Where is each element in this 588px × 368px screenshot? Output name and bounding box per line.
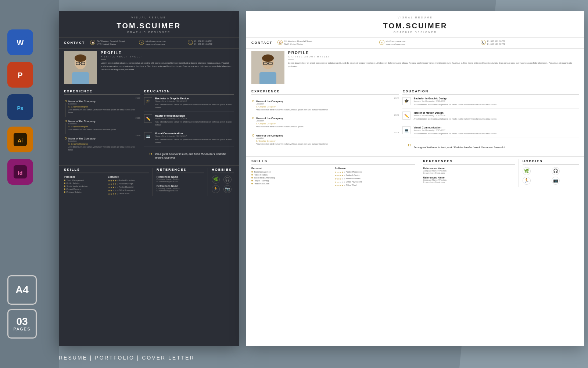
photoshop-icon[interactable]: Ps [7, 94, 33, 120]
dark-exp-year-3: 2018 [68, 134, 140, 137]
light-exp-desc-1: Arcu bibendum ated varius vel nullam veh… [256, 109, 399, 112]
dark-exp-year-2: 2020 [68, 117, 140, 119]
powerpoint-icon[interactable]: P [7, 62, 33, 88]
word-icon[interactable]: W [7, 29, 33, 55]
svg-text:Ps: Ps [17, 105, 23, 111]
dark-skill-dot-3 [64, 185, 65, 187]
light-ref-2: References Name Company Name / Position … [423, 176, 515, 183]
dark-contact-address: 🏠 7th Western, Downfall StreetNYC, Unite… [90, 40, 136, 46]
light-skill-1: Team Management [251, 171, 332, 173]
light-experience-col: EXPERIENCE 2022 Name of the Company Loca… [251, 89, 399, 154]
light-exp-dot-3 [252, 134, 254, 137]
light-exp-desc-3: Arcu bibendum ated varius vel nullam veh… [256, 143, 399, 146]
light-ref-email-1: E: namehere@emil.com [423, 172, 515, 174]
light-hobby-3: 🏃 [523, 177, 531, 185]
a4-badge: A4 [7, 275, 37, 305]
light-email-text: info@yourname.comwww.orcshape.com [386, 40, 406, 46]
light-hobby-icons: 🌿 🎧 🏃 📷 [523, 167, 579, 185]
light-col-divider-1 [419, 159, 419, 187]
light-skill-dot-2 [251, 174, 253, 176]
light-exp-year-3: 2018 [256, 131, 399, 134]
light-resume-name: TOM.SCUIMER [252, 22, 578, 30]
dark-edu-degree-1: Bachelor in Graphic Design [155, 97, 234, 100]
light-exp-desc-2: Arcu bibendum ated varius vel nullam veh… [256, 125, 399, 128]
dark-edu-icon-3: 💻 [144, 132, 152, 140]
dark-skills-inner: Personal Team Management Public Relation… [64, 176, 149, 196]
dark-exp-2: 2020 Name of the Company Location S. Gra… [64, 117, 140, 131]
light-edu-school-3: Name of the University / 2015-2017 [413, 129, 579, 131]
light-exp-role-1: S. Graphic Designer [256, 106, 399, 108]
dark-col-divider-1 [153, 168, 153, 196]
dark-edu-school-1: Name of the University / 2010-2012 [155, 100, 234, 102]
dark-quote-mark: " [149, 152, 153, 160]
light-education-col: EDUCATION 🎓 Bachelor in Graphic Design N… [402, 89, 579, 154]
dark-skills-title: SKILLS [64, 168, 149, 173]
light-exp-year-2: 2020 [256, 114, 399, 116]
dark-sw-4: ★★★★★ Office Powerpoint [108, 189, 149, 192]
light-skills-title: SKILLS [251, 159, 415, 165]
light-visual-label: VISUAL RESUME [252, 16, 578, 19]
light-edu-school-2: Name of the University / 2012-2014 [413, 114, 579, 117]
illustrator-icon[interactable]: Ai [7, 127, 33, 152]
light-personal-skills: Personal Team Management Public Relation… [251, 167, 332, 187]
dark-two-col: EXPERIENCE 2022 Name of the Company Loca… [59, 87, 239, 165]
dark-edu-school-3: Name of the University / 2015-2017 [155, 135, 234, 137]
light-exp-1: 2022 Name of the Company Location S. Gra… [251, 97, 399, 112]
light-skill-2: Public Relation [251, 174, 332, 176]
dark-resume-header: VISUAL RESUME TOM.SCUIMER GRAPHIC DESIGN… [59, 11, 239, 37]
dark-edu-desc-1: Arcu bibendum ated varius vel phatera ve… [155, 103, 234, 109]
light-edu-icon-1: 🎓 [402, 97, 410, 105]
dark-exp-dot-2 [65, 120, 67, 122]
light-profile-photo [251, 51, 284, 84]
light-ref-1: References Name Company Name / Position … [423, 167, 515, 174]
dark-exp-dot-3 [65, 137, 67, 139]
light-exp-dot-1 [252, 100, 254, 102]
dark-visual-label: VISUAL RESUME [65, 16, 233, 19]
light-profile-divider [288, 59, 294, 60]
indesign-icon[interactable]: Id [7, 159, 33, 185]
light-address-text: 7th Western, Downfall StreetNYC, United … [284, 40, 312, 46]
light-quote-section: " I'm a great believer in luck, and I fi… [402, 141, 579, 154]
dark-exp-location-2: Location [68, 123, 140, 125]
dark-address-text: 7th Western, Downfall StreetNYC, United … [97, 40, 125, 46]
light-exp-dot-2 [252, 117, 254, 119]
light-contact-phone: 📞 P : 000 111 00771F : 000 111 00772 [481, 40, 579, 46]
dark-sw-3: ★★★★★ Adobe Illustrator [108, 186, 149, 188]
dark-email-text: info@yourname.comwww.orcshape.com [146, 40, 166, 46]
dark-contact-phone: 📞 P : 000 111 00771F : 000 111 00772 [188, 40, 234, 46]
light-header-divider [412, 20, 419, 20]
dark-contact-label: CONTACT [64, 41, 85, 45]
dark-hobby-icons: 🌿 🎧 🏃 📷 [212, 176, 234, 193]
dark-exp-desc-2: Arcu bibendum ated varius vel nullam veh… [68, 128, 140, 131]
dark-personal-title: Personal [64, 176, 105, 178]
dark-hobby-1: 🌿 [212, 176, 220, 184]
light-education-title: EDUCATION [402, 89, 579, 95]
dark-experience-title: EXPERIENCE [64, 89, 140, 95]
svg-rect-20 [259, 72, 276, 84]
light-exp-year-1: 2022 [256, 97, 399, 99]
light-skill-dot-5 [251, 183, 253, 184]
dark-profile-photo [64, 51, 97, 84]
light-sw-5: ★★★★★ Office Word [335, 184, 415, 187]
dark-skill-dot-5 [64, 191, 65, 193]
light-skill-dot-3 [251, 177, 253, 178]
dark-phone-icon: 📞 [188, 40, 193, 45]
dark-hobby-4: 📷 [223, 185, 232, 193]
dark-edu-content-1: Bachelor in Graphic Design Name of the U… [155, 97, 234, 109]
dark-profile-title: PROFILE [101, 51, 234, 55]
light-contact-bar: CONTACT 🏠 7th Western, Downfall StreetNY… [246, 37, 584, 49]
light-exp-company-2: Name of the Company [256, 117, 399, 120]
dark-edu-1: 🎓 Bachelor in Graphic Design Name of the… [144, 97, 234, 112]
dark-software-skills: Software ★★★★★ Adobe Photoshop ★★★★★ Ado… [108, 176, 149, 196]
dark-exp-3: 2018 Name of the Company Location S. Gra… [64, 134, 140, 151]
dark-three-col: SKILLS Personal Team Management Public R… [59, 165, 239, 198]
dark-quote-text: I'm a great believer in luck, and I find… [155, 152, 229, 160]
dark-skill-2: Public Relation [64, 182, 105, 184]
pages-number: 03 [16, 316, 28, 327]
light-edu-content-3: Visual Communication Name of the Univers… [413, 126, 579, 135]
svg-point-12 [75, 54, 86, 62]
dark-resume-title: GRAPHIC DESIGNER [65, 31, 233, 33]
light-exp-3: 2018 Name of the Company Location S. Gra… [251, 131, 399, 146]
light-profile-content: PROFILE A LITTLE ABOUT MYSELF Lorem ipsu… [288, 51, 579, 84]
light-sw-1: ★★★★★ Adobe Photoshop [335, 171, 415, 173]
